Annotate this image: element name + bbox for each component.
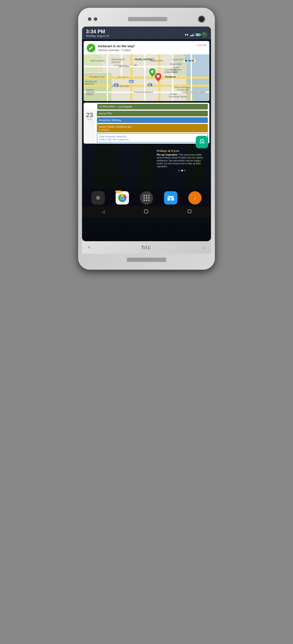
back-button[interactable]: ◁ bbox=[102, 210, 105, 214]
calendar-event-jimmy-foulds[interactable]: Jimmy Foulds, Grandma Joe 2 birthdays bbox=[97, 124, 208, 132]
all-apps-icon[interactable] bbox=[140, 191, 153, 204]
prev-event-row: 11 PM at PDX - Led Zeppelin bbox=[84, 103, 209, 110]
svg-text:REI: REI bbox=[134, 64, 137, 66]
signal-bar-1 bbox=[190, 36, 191, 36]
back-icon: ◁ bbox=[102, 210, 105, 214]
phone-dot-1 bbox=[88, 17, 91, 21]
vine-app-icon[interactable] bbox=[196, 136, 208, 148]
app-dock: Kindle bbox=[82, 189, 211, 206]
svg-text:NW Northrup St: NW Northrup St bbox=[114, 64, 127, 66]
chrome-icon-svg bbox=[118, 194, 127, 202]
status-time-block: 3:34 PM Monday, August 22 bbox=[86, 29, 109, 38]
notif-color-3 bbox=[191, 60, 194, 62]
calendar-event-currie-pto[interactable]: Currie PTO bbox=[97, 111, 208, 116]
signal-bar-3 bbox=[192, 34, 193, 36]
svg-text:♪: ♪ bbox=[194, 196, 196, 200]
event-jimmy-foulds-label: Jimmy Foulds, Grandma Joe bbox=[99, 125, 206, 128]
htc-bottom-bar: < htc ⌂ bbox=[82, 241, 211, 254]
chrome-app-icon[interactable]: Kindle bbox=[116, 191, 129, 204]
tv-dot-3 bbox=[184, 170, 186, 171]
svg-text:Portland Saturday Market: Portland Saturday Market bbox=[182, 91, 206, 93]
navigation-bar: ◁ bbox=[82, 206, 211, 218]
svg-rect-10 bbox=[130, 54, 133, 101]
dock-apps-row: Kindle bbox=[82, 191, 211, 204]
tv-show-title: Pin-up Cupcakes: This sassy new reality … bbox=[157, 153, 207, 168]
svg-text:Concert Hall: Concert Hall bbox=[177, 88, 188, 91]
notification-card[interactable]: Instacart is on the way! Delivery estima… bbox=[84, 41, 209, 101]
calendar-event-data-products[interactable]: Data Products Vision Br... 9 AM at TBD, … bbox=[97, 133, 208, 142]
inbox-app-icon[interactable] bbox=[164, 191, 177, 204]
home-button[interactable] bbox=[144, 209, 148, 214]
wifi-icon: ▾▾ bbox=[185, 32, 188, 37]
svg-text:Japanese: Japanese bbox=[86, 91, 95, 93]
svg-text:Convention: Convention bbox=[171, 68, 181, 71]
svg-rect-12 bbox=[84, 66, 177, 67]
svg-text:Courthouse Square: Courthouse Square bbox=[169, 96, 187, 98]
app-dot bbox=[148, 197, 150, 199]
phone-dot-2 bbox=[94, 17, 97, 21]
svg-rect-14 bbox=[107, 54, 108, 101]
tv-show-day: Fridays at 8 p.m. bbox=[157, 149, 207, 152]
music-icon-svg: ♪ bbox=[191, 194, 199, 202]
tv-show-section: Fridays at 8 p.m. Pin-up Cupcakes: This … bbox=[82, 145, 211, 173]
calendar-date-column: 23 Tue bbox=[84, 110, 95, 144]
camera-app-icon[interactable] bbox=[91, 191, 105, 204]
svg-rect-5 bbox=[84, 54, 102, 72]
app-dot bbox=[143, 200, 145, 201]
notification-indicator bbox=[184, 59, 195, 62]
svg-text:Portland: Portland bbox=[86, 88, 94, 91]
phone-speaker bbox=[128, 17, 167, 21]
htc-back-arrow[interactable]: < bbox=[88, 245, 90, 250]
svg-text:Oregon: Oregon bbox=[172, 66, 179, 68]
svg-text:10: 10 bbox=[115, 84, 117, 86]
svg-point-53 bbox=[157, 75, 159, 78]
status-bar: 3:34 PM Monday, August 22 ▾▾ bbox=[82, 26, 211, 40]
svg-text:2A: 2A bbox=[152, 71, 154, 73]
instacart-pencil-icon bbox=[89, 46, 93, 50]
calendar-event-grandma-birthday[interactable]: Grandma's Birthday bbox=[97, 117, 208, 123]
calendar-main-row: 23 Tue Currie PTO Grandma's Birthday Jim… bbox=[84, 110, 209, 144]
app-dot bbox=[146, 195, 147, 196]
svg-text:405: 405 bbox=[130, 80, 133, 83]
notification-text: Instacart is on the way! Delivery estima… bbox=[98, 44, 194, 52]
app-dot bbox=[148, 200, 150, 201]
svg-text:Center: Center bbox=[172, 71, 179, 73]
signal-bar-2 bbox=[191, 35, 192, 36]
signal-bar-4 bbox=[193, 34, 194, 36]
event-data-products-sublabel: 9 AM at TBD, PDX-3-Bournem... bbox=[99, 138, 205, 141]
recents-icon bbox=[188, 210, 191, 213]
vine-icon-svg bbox=[198, 138, 205, 146]
inbox-icon-svg bbox=[166, 194, 175, 202]
event-data-products-label: Data Products Vision Br... bbox=[99, 135, 205, 138]
app-dot bbox=[146, 200, 147, 201]
home-icon bbox=[144, 209, 148, 214]
svg-rect-16 bbox=[144, 54, 145, 101]
calendar-day-number: 23 bbox=[86, 112, 93, 118]
svg-point-70 bbox=[121, 196, 124, 199]
notif-color-2 bbox=[188, 60, 191, 62]
instacart-icon bbox=[87, 44, 95, 52]
tv-pagination-dots bbox=[157, 170, 207, 171]
prev-event[interactable]: 11 PM at PDX - Led Zeppelin bbox=[97, 104, 208, 110]
apps-grid bbox=[141, 192, 152, 204]
app-dot bbox=[148, 195, 150, 196]
tv-show-title-text: Pin-up Cupcakes: bbox=[157, 153, 178, 156]
phone-bottom-bar bbox=[82, 254, 211, 264]
htc-home-icon[interactable]: ⌂ bbox=[203, 245, 205, 250]
svg-text:NW Glisan St: NW Glisan St bbox=[117, 76, 129, 78]
notification-title: Instacart is on the way! bbox=[98, 44, 194, 48]
status-time: 3:34 PM bbox=[86, 29, 109, 34]
recents-button[interactable] bbox=[188, 210, 191, 214]
svg-point-63 bbox=[98, 197, 99, 198]
status-icons: ▾▾ bbox=[185, 32, 207, 38]
kindle-badge: Kindle bbox=[115, 190, 122, 192]
tv-dot-1 bbox=[179, 170, 180, 171]
svg-text:HEIGHTS: HEIGHTS bbox=[85, 83, 94, 85]
event-grandma-birthday-label: Grandma's Birthday bbox=[99, 119, 121, 122]
event-jimmy-foulds-sublabel: 2 birthdays bbox=[99, 128, 206, 131]
music-app-icon[interactable]: ♪ bbox=[188, 191, 202, 204]
svg-text:Portland: Portland bbox=[165, 75, 175, 78]
camera-icon-svg bbox=[94, 194, 102, 202]
phone-bottom-speaker bbox=[127, 258, 166, 262]
svg-text:Moda Center: Moda Center bbox=[170, 63, 182, 65]
